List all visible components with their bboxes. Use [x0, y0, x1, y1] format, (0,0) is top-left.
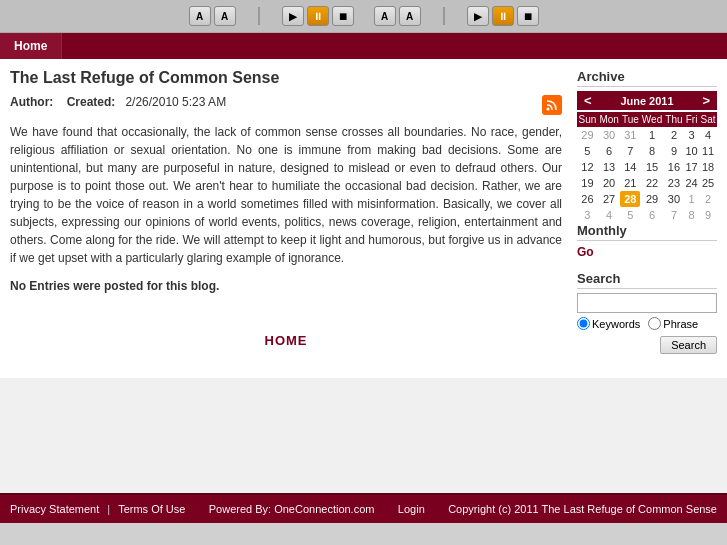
- phrase-option[interactable]: Phrase: [648, 317, 698, 330]
- cal-day[interactable]: 26: [577, 191, 598, 207]
- created-label: Created:: [67, 95, 116, 109]
- rss-icon[interactable]: [542, 95, 562, 115]
- cal-day[interactable]: 22: [640, 175, 664, 191]
- main-wrapper: Home The Last Refuge of Common Sense Aut…: [0, 33, 727, 493]
- cal-day[interactable]: 1: [684, 191, 699, 207]
- cal-day[interactable]: 15: [640, 159, 664, 175]
- cal-day[interactable]: 27: [598, 191, 621, 207]
- cal-header-thu: Thu: [664, 112, 684, 127]
- phrase-label: Phrase: [663, 318, 698, 330]
- cal-day[interactable]: 3: [684, 127, 699, 143]
- cal-day[interactable]: 2: [664, 127, 684, 143]
- phrase-radio[interactable]: [648, 317, 661, 330]
- top-toolbar: A A ▶ ⏸ ⏹ A A ▶ ⏸ ⏹: [0, 0, 727, 33]
- cal-day[interactable]: 29: [577, 127, 598, 143]
- toolbar-btn-stop[interactable]: ⏹: [332, 6, 354, 26]
- toolbar-btn-a3[interactable]: A: [374, 6, 396, 26]
- cal-day[interactable]: 17: [684, 159, 699, 175]
- blog-meta-left: Author: Created: 2/26/2010 5:23 AM: [10, 95, 542, 109]
- cal-day[interactable]: 20: [598, 175, 621, 191]
- blog-content: We have found that occasionally, the lac…: [10, 123, 562, 267]
- cal-day[interactable]: 8: [640, 143, 664, 159]
- calendar-header: < June 2011 >: [577, 91, 717, 110]
- cal-day[interactable]: 9: [699, 207, 717, 223]
- toolbar-group-3: A A: [374, 6, 421, 26]
- calendar-month-year: June 2011: [620, 95, 673, 107]
- footer-sep-1: |: [107, 503, 110, 515]
- login-anchor[interactable]: Login: [398, 503, 425, 515]
- privacy-link[interactable]: Privacy Statement: [10, 503, 99, 515]
- no-entries: No Entries were posted for this blog.: [10, 279, 562, 293]
- search-button[interactable]: Search: [660, 336, 717, 354]
- search-title: Search: [577, 271, 717, 289]
- toolbar-btn-r3[interactable]: ⏹: [517, 6, 539, 26]
- cal-day[interactable]: 9: [664, 143, 684, 159]
- copyright: Copyright (c) 2011 The Last Refuge of Co…: [448, 503, 717, 515]
- cal-day[interactable]: 21: [620, 175, 640, 191]
- cal-day[interactable]: 18: [699, 159, 717, 175]
- created-date: 2/26/2010 5:23 AM: [125, 95, 226, 109]
- blog-title: The Last Refuge of Common Sense: [10, 69, 562, 87]
- cal-day[interactable]: 19: [577, 175, 598, 191]
- calendar-next[interactable]: >: [699, 93, 713, 108]
- toolbar-group-2: ▶ ⏸ ⏹: [282, 6, 354, 26]
- monthly-go[interactable]: Go: [577, 245, 594, 259]
- cal-day[interactable]: 16: [664, 159, 684, 175]
- cal-day[interactable]: 3: [577, 207, 598, 223]
- toolbar-btn-r2[interactable]: ⏸: [492, 6, 514, 26]
- cal-day[interactable]: 7: [620, 143, 640, 159]
- terms-link[interactable]: Terms Of Use: [118, 503, 185, 515]
- sidebar: Archive < June 2011 > Sun Mon Tue Wed Th…: [577, 69, 717, 368]
- cal-day[interactable]: 8: [684, 207, 699, 223]
- toolbar-separator-2: [443, 7, 445, 25]
- cal-day[interactable]: 1: [640, 127, 664, 143]
- calendar-prev[interactable]: <: [581, 93, 595, 108]
- cal-day[interactable]: 5: [577, 143, 598, 159]
- keywords-option[interactable]: Keywords: [577, 317, 640, 330]
- cal-day[interactable]: 30: [598, 127, 621, 143]
- cal-header-sat: Sat: [699, 112, 717, 127]
- cal-day[interactable]: 14: [620, 159, 640, 175]
- toolbar-btn-r1[interactable]: ▶: [467, 6, 489, 26]
- cal-day[interactable]: 7: [664, 207, 684, 223]
- cal-day[interactable]: 5: [620, 207, 640, 223]
- cal-day[interactable]: 4: [598, 207, 621, 223]
- toolbar-btn-pause[interactable]: ⏸: [307, 6, 329, 26]
- toolbar-btn-a1[interactable]: A: [189, 6, 211, 26]
- footer-left: Privacy Statement | Terms Of Use: [10, 503, 185, 515]
- cal-header-tue: Tue: [620, 112, 640, 127]
- toolbar-btn-a2[interactable]: A: [214, 6, 236, 26]
- cal-day[interactable]: 28: [620, 191, 640, 207]
- cal-header-mon: Mon: [598, 112, 621, 127]
- cal-day[interactable]: 30: [664, 191, 684, 207]
- cal-header-sun: Sun: [577, 112, 598, 127]
- login-link[interactable]: Login: [398, 503, 425, 515]
- toolbar-btn-a4[interactable]: A: [399, 6, 421, 26]
- cal-day[interactable]: 13: [598, 159, 621, 175]
- cal-day[interactable]: 29: [640, 191, 664, 207]
- cal-day[interactable]: 4: [699, 127, 717, 143]
- nav-home[interactable]: Home: [0, 33, 62, 59]
- cal-day[interactable]: 25: [699, 175, 717, 191]
- home-link[interactable]: HOME: [265, 333, 308, 348]
- cal-day[interactable]: 31: [620, 127, 640, 143]
- search-input[interactable]: [577, 293, 717, 313]
- search-section: Search Keywords Phrase Search: [577, 271, 717, 354]
- cal-day[interactable]: 6: [640, 207, 664, 223]
- cal-day[interactable]: 11: [699, 143, 717, 159]
- calendar-table: Sun Mon Tue Wed Thu Fri Sat 293031123456…: [577, 112, 717, 223]
- powered-by: Powered By: OneConnection.com: [209, 503, 375, 515]
- cal-day[interactable]: 24: [684, 175, 699, 191]
- author-label: Author:: [10, 95, 53, 109]
- cal-day[interactable]: 2: [699, 191, 717, 207]
- toolbar-btn-play[interactable]: ▶: [282, 6, 304, 26]
- cal-day[interactable]: 10: [684, 143, 699, 159]
- sidebar-monthly: Monthly Go: [577, 223, 717, 259]
- cal-day[interactable]: 12: [577, 159, 598, 175]
- cal-day[interactable]: 6: [598, 143, 621, 159]
- home-link-center: HOME: [10, 333, 562, 368]
- toolbar-separator-1: [258, 7, 260, 25]
- search-options: Keywords Phrase: [577, 317, 717, 330]
- cal-day[interactable]: 23: [664, 175, 684, 191]
- keywords-radio[interactable]: [577, 317, 590, 330]
